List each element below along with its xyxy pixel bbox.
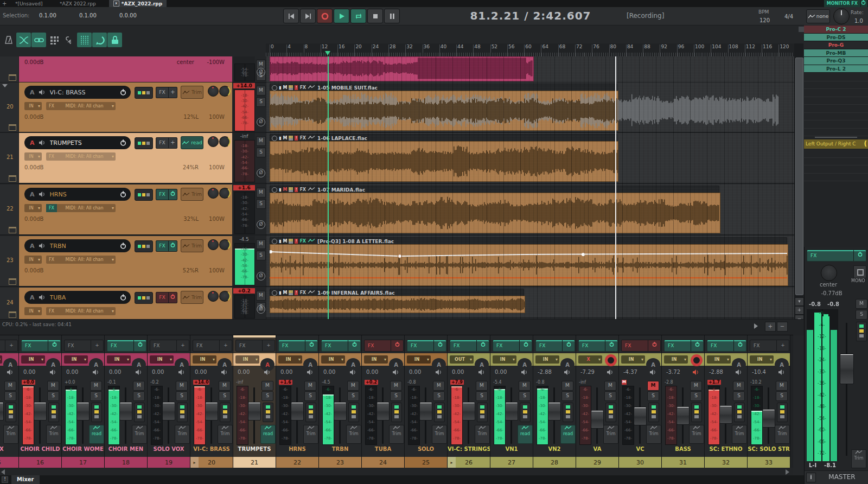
strip-volume-readout[interactable]: 0.00 bbox=[109, 369, 121, 375]
mute-button[interactable]: M bbox=[256, 188, 266, 198]
mute-button[interactable]: M bbox=[90, 381, 102, 391]
item-mute-icon[interactable]: M bbox=[283, 135, 287, 141]
item-envelope-icon[interactable] bbox=[308, 187, 315, 193]
play-button[interactable] bbox=[334, 9, 349, 23]
fx-add-button[interactable] bbox=[305, 340, 317, 351]
width-knob[interactable] bbox=[219, 291, 231, 302]
peak-readout[interactable]: +0.0 bbox=[22, 380, 35, 385]
item-lock-icon[interactable]: ▮ bbox=[279, 290, 281, 296]
strip-speaker-icon[interactable] bbox=[392, 369, 400, 375]
monitor-fx-slot[interactable]: Pro-Q3 bbox=[804, 57, 868, 65]
peak-readout[interactable]: -0.8 bbox=[407, 380, 416, 385]
media-item-title[interactable]: ▮M!FX1-06 LAPLACE.flac bbox=[270, 134, 617, 142]
solo-button[interactable]: S bbox=[733, 391, 745, 401]
track-name[interactable]: TRUMPETS bbox=[50, 139, 120, 147]
link-button[interactable] bbox=[31, 33, 46, 47]
go-end-button[interactable] bbox=[300, 9, 316, 23]
media-item[interactable] bbox=[270, 193, 720, 233]
master-fx-button[interactable]: FX bbox=[807, 250, 866, 262]
strip-number-band[interactable]: 21 bbox=[233, 457, 276, 468]
track-pan[interactable]: center bbox=[177, 59, 194, 65]
fx-button[interactable]: FX bbox=[156, 189, 177, 200]
strip-number-band[interactable]: 15 bbox=[0, 457, 18, 468]
strip-volume-readout[interactable]: -4.37 bbox=[623, 369, 637, 375]
mute-button[interactable]: M bbox=[347, 381, 359, 391]
empty-fx-slot[interactable] bbox=[804, 165, 868, 174]
folder-icon[interactable] bbox=[9, 124, 16, 131]
strip-envelope-button[interactable]: Trim bbox=[3, 425, 18, 444]
mute-button[interactable]: M bbox=[176, 381, 188, 391]
solo-button[interactable]: S bbox=[256, 251, 266, 260]
solo-button[interactable]: S bbox=[261, 391, 273, 401]
empty-fx-slot[interactable] bbox=[804, 73, 868, 81]
strip-input-button[interactable]: IN▾ bbox=[664, 355, 688, 364]
peak-readout[interactable]: +14.0 bbox=[233, 83, 255, 88]
input-button[interactable]: IN▾ bbox=[24, 307, 42, 315]
track-name[interactable]: TRBN bbox=[50, 243, 120, 250]
mono-button[interactable] bbox=[853, 265, 866, 278]
strip-fx-button[interactable]: FX+ bbox=[64, 340, 104, 352]
mini-meter-button[interactable] bbox=[135, 137, 153, 149]
strip-name[interactable]: HRNS bbox=[276, 446, 318, 452]
phase-button[interactable]: Ø bbox=[257, 220, 265, 229]
peak-readout[interactable]: +14.0 bbox=[193, 380, 209, 385]
fader-thumb[interactable] bbox=[462, 402, 475, 421]
scroll-right-button[interactable] bbox=[786, 469, 789, 475]
monitor-fx-slot[interactable]: Pro-C 2 bbox=[804, 26, 868, 34]
solo-button[interactable]: S bbox=[347, 391, 359, 401]
phase-moon-icon[interactable]: ( bbox=[864, 139, 867, 149]
strip-envelope-button[interactable]: read bbox=[89, 425, 104, 444]
strip-input-button[interactable]: IN▾ bbox=[278, 355, 302, 364]
speaker-icon[interactable] bbox=[39, 89, 46, 95]
fx-add-button[interactable]: + bbox=[176, 340, 189, 351]
mixer-strip-17[interactable]: FX+IN▾A0.00+0.0-6--18--30--42--54--66--7… bbox=[62, 335, 105, 468]
fader-thumb[interactable] bbox=[719, 405, 732, 424]
strip-number-band[interactable]: 17 bbox=[62, 457, 104, 468]
item-mute-icon[interactable]: M bbox=[283, 85, 287, 91]
strip-speaker-icon[interactable] bbox=[349, 369, 357, 375]
track-volume[interactable]: 0.00dB bbox=[24, 268, 43, 273]
strip-fx-button[interactable]: FX+ bbox=[0, 340, 18, 352]
fx-add-button[interactable]: + bbox=[168, 87, 177, 98]
strip-volume-readout[interactable]: -3.72 bbox=[666, 369, 680, 375]
item-envelope-icon[interactable] bbox=[308, 238, 315, 245]
strip-volume-readout[interactable]: 0.00 bbox=[323, 369, 335, 375]
fx-add-button[interactable] bbox=[168, 189, 177, 200]
strip-speaker-icon[interactable] bbox=[264, 369, 271, 375]
strip-name[interactable]: CHOIR MEN bbox=[105, 446, 147, 452]
strip-envelope-button[interactable]: Trim bbox=[646, 425, 661, 444]
item-notes-icon[interactable] bbox=[289, 136, 293, 141]
grid-lines-button[interactable] bbox=[77, 33, 92, 47]
strip-number-band[interactable]: 32 bbox=[705, 457, 747, 468]
peak-readout[interactable]: -4.5 bbox=[322, 380, 330, 385]
mute-button[interactable]: M bbox=[256, 86, 266, 95]
strip-input-button[interactable]: IN▾ bbox=[235, 355, 259, 364]
strip-name[interactable]: TUBA bbox=[362, 446, 404, 452]
folder-icon[interactable] bbox=[9, 74, 16, 81]
track-name[interactable]: HRNS bbox=[50, 191, 120, 198]
crossfade-button[interactable] bbox=[16, 33, 31, 47]
routing-button[interactable] bbox=[5, 403, 16, 422]
item-notes-icon[interactable] bbox=[289, 187, 293, 192]
strip-number-band[interactable]: 28 bbox=[533, 457, 576, 468]
routing-button[interactable] bbox=[91, 403, 102, 422]
folder-icon[interactable] bbox=[9, 311, 16, 318]
strip-fx-button[interactable]: FX+ bbox=[235, 340, 275, 352]
track-width[interactable]: 100W bbox=[209, 114, 225, 120]
selection-length[interactable]: 0.0.00 bbox=[119, 12, 137, 18]
strip-input-button[interactable]: IN▾ bbox=[0, 355, 2, 364]
mute-button[interactable]: M bbox=[390, 381, 402, 391]
strip-input-button[interactable]: X▾ bbox=[578, 355, 602, 364]
strip-number-band[interactable]: 23 bbox=[319, 457, 361, 468]
item-power-icon[interactable] bbox=[272, 187, 277, 193]
strip-envelope-button[interactable]: Trim bbox=[775, 425, 790, 444]
solo-button[interactable]: S bbox=[256, 97, 266, 107]
width-knob[interactable] bbox=[219, 239, 231, 250]
item-fx-icon[interactable]: FX bbox=[299, 85, 306, 91]
solo-button[interactable]: S bbox=[476, 391, 488, 401]
fader-thumb[interactable] bbox=[505, 402, 518, 421]
master-mute-button[interactable]: M bbox=[856, 299, 867, 309]
fx-add-button[interactable] bbox=[476, 340, 489, 351]
item-power-icon[interactable] bbox=[272, 290, 277, 296]
strip-fx-button[interactable]: FX bbox=[321, 340, 361, 352]
